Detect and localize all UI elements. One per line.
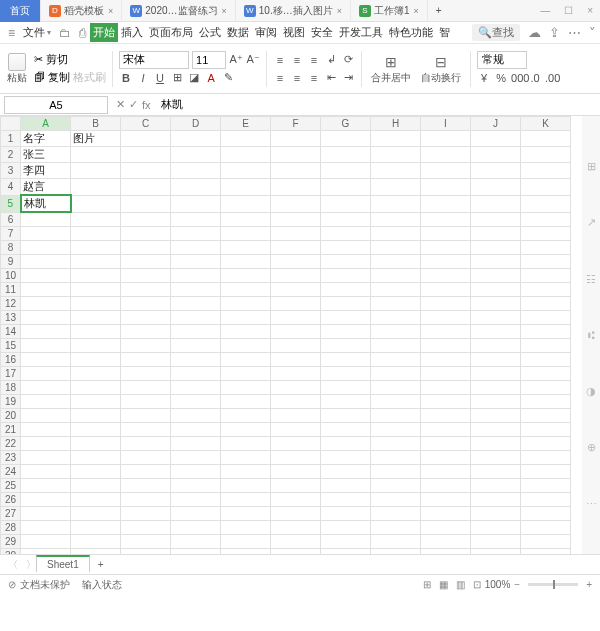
print-icon[interactable]: ⎙ [75, 26, 90, 40]
cell-H23[interactable] [371, 450, 421, 464]
cell-J23[interactable] [471, 450, 521, 464]
cell-H18[interactable] [371, 380, 421, 394]
sidepanel-icon[interactable]: ⋯ [586, 498, 597, 511]
indent-inc-icon[interactable]: ⇥ [341, 71, 355, 84]
cell-I29[interactable] [421, 534, 471, 548]
row-header-29[interactable]: 29 [1, 534, 21, 548]
cell-D6[interactable] [171, 212, 221, 226]
cell-H4[interactable] [371, 179, 421, 196]
indent-dec-icon[interactable]: ⇤ [324, 71, 338, 84]
cell-A26[interactable] [21, 492, 71, 506]
cell-H15[interactable] [371, 338, 421, 352]
cell-H14[interactable] [371, 324, 421, 338]
cell-B1[interactable]: 图片 [71, 131, 121, 147]
chevron-down-icon[interactable]: ˅ [589, 25, 596, 40]
cell-H16[interactable] [371, 352, 421, 366]
cell-D10[interactable] [171, 268, 221, 282]
cell-J3[interactable] [471, 163, 521, 179]
cell-J19[interactable] [471, 394, 521, 408]
align-left-icon[interactable]: ≡ [273, 72, 287, 84]
cell-A11[interactable] [21, 282, 71, 296]
cell-K17[interactable] [521, 366, 571, 380]
ribbon-tab-9[interactable]: 特色功能 [386, 25, 436, 40]
cell-E25[interactable] [221, 478, 271, 492]
cell-B11[interactable] [71, 282, 121, 296]
cell-B12[interactable] [71, 296, 121, 310]
cell-B19[interactable] [71, 394, 121, 408]
ribbon-tab-0[interactable]: 开始 [90, 23, 118, 42]
cell-F13[interactable] [271, 310, 321, 324]
cell-H20[interactable] [371, 408, 421, 422]
cell-K30[interactable] [521, 548, 571, 554]
cell-I21[interactable] [421, 422, 471, 436]
cell-E23[interactable] [221, 450, 271, 464]
cell-C5[interactable] [121, 195, 171, 212]
cell-G25[interactable] [321, 478, 371, 492]
cell-B6[interactable] [71, 212, 121, 226]
cell-C28[interactable] [121, 520, 171, 534]
tab-close-icon[interactable]: × [414, 6, 419, 16]
cell-D26[interactable] [171, 492, 221, 506]
cell-D11[interactable] [171, 282, 221, 296]
col-header-C[interactable]: C [121, 117, 171, 131]
cell-B28[interactable] [71, 520, 121, 534]
cell-F9[interactable] [271, 254, 321, 268]
cell-G7[interactable] [321, 226, 371, 240]
cell-D1[interactable] [171, 131, 221, 147]
name-box[interactable]: A5 [4, 96, 108, 114]
cell-F6[interactable] [271, 212, 321, 226]
cell-H22[interactable] [371, 436, 421, 450]
comma-icon[interactable]: 000 [511, 72, 525, 84]
cell-H13[interactable] [371, 310, 421, 324]
cell-K8[interactable] [521, 240, 571, 254]
cell-G29[interactable] [321, 534, 371, 548]
row-header-27[interactable]: 27 [1, 506, 21, 520]
tab-add[interactable]: + [428, 0, 450, 22]
underline-button[interactable]: U [153, 72, 167, 84]
cell-H24[interactable] [371, 464, 421, 478]
cell-B23[interactable] [71, 450, 121, 464]
cell-C13[interactable] [121, 310, 171, 324]
cell-J22[interactable] [471, 436, 521, 450]
border-icon[interactable]: ⊞ [170, 71, 184, 84]
cell-A17[interactable] [21, 366, 71, 380]
cell-E12[interactable] [221, 296, 271, 310]
cloud-icon[interactable]: ☁ [528, 25, 541, 40]
cell-B4[interactable] [71, 179, 121, 196]
row-header-8[interactable]: 8 [1, 240, 21, 254]
cell-E5[interactable] [221, 195, 271, 212]
cell-A1[interactable]: 名字 [21, 131, 71, 147]
cell-J12[interactable] [471, 296, 521, 310]
cell-G6[interactable] [321, 212, 371, 226]
cell-C27[interactable] [121, 506, 171, 520]
cell-C9[interactable] [121, 254, 171, 268]
cell-C30[interactable] [121, 548, 171, 554]
cell-B10[interactable] [71, 268, 121, 282]
decrease-font-icon[interactable]: A⁻ [246, 53, 260, 66]
cell-A14[interactable] [21, 324, 71, 338]
sheet-tab[interactable]: Sheet1 [36, 555, 90, 572]
cell-E26[interactable] [221, 492, 271, 506]
cell-I15[interactable] [421, 338, 471, 352]
cell-A22[interactable] [21, 436, 71, 450]
cell-A5[interactable]: 林凯 [21, 195, 71, 212]
cell-G15[interactable] [321, 338, 371, 352]
cell-A24[interactable] [21, 464, 71, 478]
col-header-A[interactable]: A [21, 117, 71, 131]
cell-E19[interactable] [221, 394, 271, 408]
spreadsheet-grid[interactable]: ABCDEFGHIJK1名字图片2张三3李四4赵言5林凯678910111213… [0, 116, 582, 554]
cell-I23[interactable] [421, 450, 471, 464]
row-header-12[interactable]: 12 [1, 296, 21, 310]
row-header-28[interactable]: 28 [1, 520, 21, 534]
row-header-17[interactable]: 17 [1, 366, 21, 380]
cell-B20[interactable] [71, 408, 121, 422]
cell-C19[interactable] [121, 394, 171, 408]
row-header-16[interactable]: 16 [1, 352, 21, 366]
cell-G11[interactable] [321, 282, 371, 296]
cell-G10[interactable] [321, 268, 371, 282]
cell-F23[interactable] [271, 450, 321, 464]
dec-inc-icon[interactable]: .0 [528, 72, 542, 84]
cell-G20[interactable] [321, 408, 371, 422]
row-header-6[interactable]: 6 [1, 212, 21, 226]
cell-D13[interactable] [171, 310, 221, 324]
